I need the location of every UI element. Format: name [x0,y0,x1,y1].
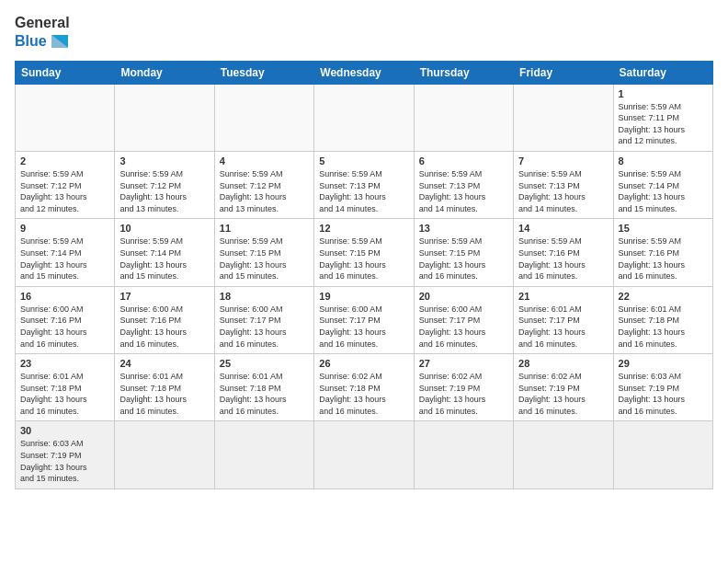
calendar-header-row: SundayMondayTuesdayWednesdayThursdayFrid… [16,61,713,84]
day-number: 26 [319,358,408,369]
calendar-week-row: 2Sunrise: 5:59 AM Sunset: 7:12 PM Daylig… [16,151,713,218]
day-number: 28 [518,358,608,369]
calendar-day-cell: 25Sunrise: 6:01 AM Sunset: 7:18 PM Dayli… [214,354,313,421]
calendar-day-cell: 5Sunrise: 5:59 AM Sunset: 7:13 PM Daylig… [314,151,414,218]
day-number: 20 [419,291,508,302]
day-info: Sunrise: 6:00 AM Sunset: 7:16 PM Dayligh… [20,304,109,350]
day-info: Sunrise: 6:00 AM Sunset: 7:17 PM Dayligh… [319,304,408,350]
calendar-day-cell: 13Sunrise: 5:59 AM Sunset: 7:15 PM Dayli… [414,219,513,286]
calendar-day-cell: 19Sunrise: 6:00 AM Sunset: 7:17 PM Dayli… [314,286,414,353]
day-info: Sunrise: 6:01 AM Sunset: 7:18 PM Dayligh… [220,371,309,417]
day-number: 14 [518,223,608,234]
day-info: Sunrise: 6:00 AM Sunset: 7:17 PM Dayligh… [419,304,508,350]
day-number: 13 [419,223,508,234]
calendar-day-header: Thursday [414,61,513,84]
day-info: Sunrise: 6:02 AM Sunset: 7:18 PM Dayligh… [319,371,408,417]
calendar-week-row: 30Sunrise: 6:03 AM Sunset: 7:19 PM Dayli… [16,421,713,488]
day-number: 10 [119,223,209,234]
day-info: Sunrise: 6:00 AM Sunset: 7:17 PM Dayligh… [220,304,309,350]
day-info: Sunrise: 5:59 AM Sunset: 7:15 PM Dayligh… [220,236,309,282]
day-info: Sunrise: 5:59 AM Sunset: 7:13 PM Dayligh… [518,168,608,214]
day-number: 19 [319,291,408,302]
day-info: Sunrise: 5:59 AM Sunset: 7:12 PM Dayligh… [220,168,309,214]
calendar-day-header: Tuesday [214,61,313,84]
calendar-day-cell: 27Sunrise: 6:02 AM Sunset: 7:19 PM Dayli… [414,354,513,421]
day-number: 7 [518,155,608,167]
day-number: 21 [518,291,608,302]
calendar-day-cell: 20Sunrise: 6:00 AM Sunset: 7:17 PM Dayli… [414,286,513,353]
day-number: 3 [119,155,209,167]
calendar-day-cell: 4Sunrise: 5:59 AM Sunset: 7:12 PM Daylig… [214,151,313,218]
day-info: Sunrise: 6:01 AM Sunset: 7:18 PM Dayligh… [619,304,708,350]
calendar-day-cell [414,421,513,488]
day-info: Sunrise: 5:59 AM Sunset: 7:15 PM Dayligh… [319,236,408,282]
calendar-day-cell: 14Sunrise: 5:59 AM Sunset: 7:16 PM Dayli… [514,219,613,286]
calendar-day-cell: 30Sunrise: 6:03 AM Sunset: 7:19 PM Dayli… [16,421,115,488]
day-number: 6 [419,155,508,167]
day-info: Sunrise: 5:59 AM Sunset: 7:14 PM Dayligh… [119,236,209,282]
day-number: 25 [220,358,309,369]
calendar-day-cell: 29Sunrise: 6:03 AM Sunset: 7:19 PM Dayli… [613,354,712,421]
day-info: Sunrise: 6:02 AM Sunset: 7:19 PM Dayligh… [419,371,508,417]
calendar-day-cell: 21Sunrise: 6:01 AM Sunset: 7:17 PM Dayli… [514,286,613,353]
calendar-day-cell: 3Sunrise: 5:59 AM Sunset: 7:12 PM Daylig… [115,151,214,218]
logo-wordmark: General Blue [15,15,70,52]
calendar-day-cell [514,421,613,488]
day-number: 5 [319,155,408,167]
calendar-day-cell [414,84,513,151]
day-info: Sunrise: 6:01 AM Sunset: 7:18 PM Dayligh… [119,371,209,417]
calendar-day-cell [613,421,712,488]
day-info: Sunrise: 5:59 AM Sunset: 7:16 PM Dayligh… [518,236,608,282]
calendar-day-header: Friday [514,61,613,84]
calendar-day-cell [314,84,414,151]
calendar-day-header: Saturday [613,61,712,84]
calendar-day-cell [214,421,313,488]
calendar-day-cell: 6Sunrise: 5:59 AM Sunset: 7:13 PM Daylig… [414,151,513,218]
calendar-day-cell: 15Sunrise: 5:59 AM Sunset: 7:16 PM Dayli… [613,219,712,286]
day-number: 17 [119,291,209,302]
calendar-day-cell: 10Sunrise: 5:59 AM Sunset: 7:14 PM Dayli… [115,219,214,286]
day-number: 2 [20,155,109,167]
calendar-day-cell: 22Sunrise: 6:01 AM Sunset: 7:18 PM Dayli… [613,286,712,353]
calendar-day-cell: 8Sunrise: 5:59 AM Sunset: 7:14 PM Daylig… [613,151,712,218]
calendar-day-cell: 24Sunrise: 6:01 AM Sunset: 7:18 PM Dayli… [115,354,214,421]
calendar-day-cell: 18Sunrise: 6:00 AM Sunset: 7:17 PM Dayli… [214,286,313,353]
calendar-day-header: Sunday [16,61,115,84]
day-info: Sunrise: 6:03 AM Sunset: 7:19 PM Dayligh… [20,438,109,484]
day-info: Sunrise: 6:00 AM Sunset: 7:16 PM Dayligh… [119,304,209,350]
day-number: 4 [220,155,309,167]
logo-blue-text: Blue [15,31,70,52]
day-number: 8 [619,155,708,167]
calendar-day-cell: 23Sunrise: 6:01 AM Sunset: 7:18 PM Dayli… [16,354,115,421]
day-info: Sunrise: 6:03 AM Sunset: 7:19 PM Dayligh… [619,371,708,417]
calendar-week-row: 9Sunrise: 5:59 AM Sunset: 7:14 PM Daylig… [16,219,713,286]
day-info: Sunrise: 5:59 AM Sunset: 7:13 PM Dayligh… [319,168,408,214]
day-info: Sunrise: 6:01 AM Sunset: 7:18 PM Dayligh… [20,371,109,417]
day-number: 1 [619,88,708,99]
calendar-day-header: Monday [115,61,214,84]
calendar-day-cell [214,84,313,151]
calendar-day-cell: 11Sunrise: 5:59 AM Sunset: 7:15 PM Dayli… [214,219,313,286]
calendar-day-header: Wednesday [314,61,414,84]
day-info: Sunrise: 5:59 AM Sunset: 7:12 PM Dayligh… [20,168,109,214]
day-info: Sunrise: 5:59 AM Sunset: 7:14 PM Dayligh… [20,236,109,282]
day-number: 24 [119,358,209,369]
calendar-day-cell [115,84,214,151]
calendar-day-cell [514,84,613,151]
calendar-day-cell: 1Sunrise: 5:59 AM Sunset: 7:11 PM Daylig… [613,84,712,151]
page-header: General Blue [15,15,713,52]
day-info: Sunrise: 6:02 AM Sunset: 7:19 PM Dayligh… [518,371,608,417]
day-number: 22 [619,291,708,302]
day-number: 30 [20,425,109,436]
day-number: 16 [20,291,109,302]
calendar-day-cell: 26Sunrise: 6:02 AM Sunset: 7:18 PM Dayli… [314,354,414,421]
day-number: 11 [220,223,309,234]
logo-triangle-icon [50,31,70,52]
day-number: 15 [619,223,708,234]
calendar-day-cell [314,421,414,488]
logo-general-text: General [15,15,70,31]
day-number: 12 [319,223,408,234]
day-info: Sunrise: 5:59 AM Sunset: 7:16 PM Dayligh… [619,236,708,282]
day-number: 29 [619,358,708,369]
calendar-day-cell [16,84,115,151]
